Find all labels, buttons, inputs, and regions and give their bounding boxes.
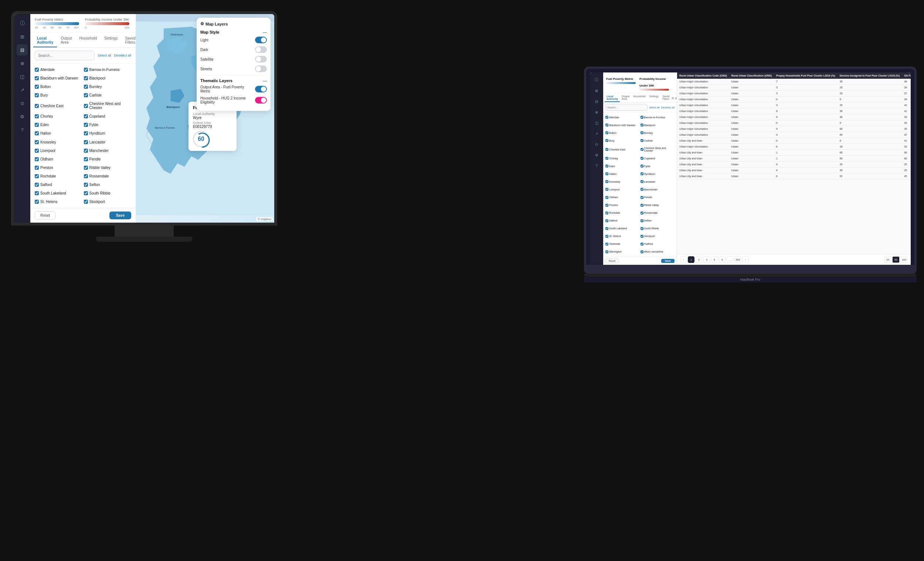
laptop-save-button[interactable]: Save: [661, 259, 675, 263]
page-5-btn[interactable]: 5: [719, 256, 726, 263]
page-3-btn[interactable]: 3: [704, 256, 710, 263]
reset-button[interactable]: Reset: [35, 211, 56, 220]
prev-page-btn[interactable]: ‹: [680, 256, 687, 263]
sidebar-icon-chart[interactable]: ↗: [16, 84, 28, 95]
table-row[interactable]: Urban major conurbationUrban32542BoltonN…: [677, 102, 911, 108]
sidebar-icon-info[interactable]: ⓘ: [16, 18, 28, 29]
laptop-icon-help[interactable]: ?: [592, 161, 601, 170]
laptop-screen: ⓘ ⊞ ⊟ ⊕ ◫ ↗ ⊙ ⚙ ? Fuel Poverty Metric: [590, 72, 911, 265]
page-size-50[interactable]: 50: [892, 256, 900, 263]
table-row[interactable]: Urban major conurbationUrban32027BoltonN…: [677, 90, 911, 96]
map-area[interactable]: Blackpool Leeds Whitehaven Barrow-in-Fur…: [136, 14, 274, 223]
table-row[interactable]: Urban city and townUrban65245BoltonNorth…: [677, 173, 911, 179]
table-row[interactable]: Urban city and townUrban43525BoltonNorth…: [677, 167, 911, 173]
tab-household[interactable]: Household: [75, 34, 100, 47]
laptop-select-all-btn[interactable]: Select all: [649, 106, 659, 109]
list-item: Blackburn with Darwen: [605, 121, 640, 129]
style-light-toggle[interactable]: [255, 37, 267, 43]
style-dark-label: Dark: [200, 48, 255, 52]
map-layers-button[interactable]: ⚙ Map Layers: [200, 21, 267, 26]
style-streets-toggle[interactable]: [255, 65, 267, 72]
list-item: Knowsley: [605, 178, 640, 185]
table-row[interactable]: Urban major conurbationUrban96033BoltonN…: [677, 126, 911, 132]
table-row[interactable]: Urban major conurbationUrban32024BoltonN…: [677, 85, 911, 90]
sidebar-icon-settings[interactable]: ⚙: [16, 111, 28, 122]
prob-legend-title: Probability Income Under 35K: [85, 18, 129, 21]
laptop-reset-button[interactable]: Reset: [605, 259, 619, 263]
sidebar-icon-layers[interactable]: ⊞: [16, 31, 28, 42]
deselect-all-btn[interactable]: Deselect all: [114, 54, 131, 57]
table-row[interactable]: Urban city and townUrban0041BoltonNorth …: [677, 138, 911, 144]
laptop-deselect-all-btn[interactable]: Deselect all: [661, 106, 675, 109]
list-item: Chorley: [605, 155, 640, 162]
laptop-tab-output-area[interactable]: OutputArea: [620, 94, 631, 102]
table-row[interactable]: Urban city and townUrban16060BoltonNorth…: [677, 150, 911, 156]
laptop-icon-people[interactable]: ⊙: [592, 140, 601, 149]
table-row[interactable]: Urban major conurbationUrban0033BoltonNo…: [677, 120, 911, 126]
tab-local-authority[interactable]: LocalAuthority: [33, 34, 57, 47]
layer-household-toggle[interactable]: [255, 97, 267, 104]
table-row[interactable]: Urban city and townUrban42525BoltonNorth…: [677, 162, 911, 167]
save-button[interactable]: Save: [110, 212, 131, 219]
laptop-tab-local-authority[interactable]: LocalAuthority: [604, 94, 620, 102]
list-item: Burnley: [640, 129, 675, 137]
monitor-stand: [115, 226, 174, 237]
layer-output-area-toggle[interactable]: [255, 86, 267, 92]
sidebar-icon-help[interactable]: ?: [16, 124, 28, 135]
layer-household-label: Household - HUG 2 Income Eligibility: [200, 96, 255, 104]
page-4-btn[interactable]: 4: [711, 256, 718, 263]
fuel-legend-bar: [35, 22, 79, 25]
laptop-fuel-bar: [606, 82, 636, 84]
sidebar-icon-people[interactable]: ⊙: [16, 98, 28, 109]
tab-settings[interactable]: Settings: [100, 34, 121, 47]
next-page-btn[interactable]: ›: [742, 256, 749, 263]
laptop-left-panel: Fuel Poverty Metric Probability Income U…: [603, 72, 677, 265]
page-size-25[interactable]: 25: [884, 256, 891, 263]
laptop-tab-settings[interactable]: Settings: [648, 94, 660, 102]
list-item: Blackburn with Darwen: [35, 74, 82, 82]
laptop-tab-saved-filters[interactable]: SavedFilters: [660, 94, 672, 102]
tab-saved-filters[interactable]: SavedFilters: [121, 34, 136, 47]
laptop-icon-search[interactable]: ⊕: [592, 108, 601, 116]
list-item: Liverpool: [35, 147, 82, 155]
sidebar-icon-search[interactable]: ⊕: [16, 58, 28, 69]
laptop-map-icon[interactable]: ⊞: [672, 96, 674, 100]
page-1-btn[interactable]: 1: [688, 256, 694, 263]
laptop-icon-user[interactable]: ◫: [592, 118, 601, 127]
sidebar-icon-filter[interactable]: ⊟: [16, 44, 28, 56]
laptop-icon-settings[interactable]: ⚙: [592, 150, 601, 159]
laptop-tab-household[interactable]: Household: [631, 94, 647, 102]
panel-footer: Reset Save: [30, 208, 136, 223]
laptop-icon-filter[interactable]: ⊟: [592, 97, 601, 106]
table-row[interactable]: Urban city and townUrban16060BoltonNorth…: [677, 156, 911, 162]
page-ellipsis: ...: [727, 256, 733, 263]
laptop-icon-info[interactable]: ⓘ: [592, 75, 601, 84]
page-2-btn[interactable]: 2: [696, 256, 702, 263]
laptop-icon-chart[interactable]: ↗: [592, 129, 601, 138]
table-row[interactable]: Urban major conurbationUrban61832BoltonN…: [677, 144, 911, 150]
table-row[interactable]: Urban major conurbationUrban83941BoltonN…: [677, 108, 911, 114]
table-row[interactable]: Urban major conurbationUrban73548BoltonN…: [677, 79, 911, 85]
laptop-search-input[interactable]: [605, 104, 648, 111]
list-item: South Ribble: [84, 190, 132, 197]
tooltip-score-row: 60: [193, 131, 232, 147]
page-size-100[interactable]: 100: [900, 256, 908, 263]
style-satellite-toggle[interactable]: [255, 56, 267, 63]
page-last-btn[interactable]: 303: [734, 256, 741, 263]
list-item: Preston: [605, 202, 640, 209]
search-input[interactable]: [35, 51, 94, 60]
laptop-icon-layers[interactable]: ⊞: [592, 86, 601, 95]
select-all-btn[interactable]: Select all: [98, 54, 111, 57]
style-dark-toggle[interactable]: [255, 46, 267, 53]
laptop-table-wrapper[interactable]: Rural Urban Classification Code (ONS) Ru…: [677, 72, 911, 254]
table-row[interactable]: Urban major conurbationUrban46537BoltonN…: [677, 132, 911, 138]
table-row[interactable]: Urban major conurbationUrban93833BoltonN…: [677, 114, 911, 120]
col-rural-urban-class: Rural Urban Classification (ONS): [729, 72, 774, 79]
table-row[interactable]: Urban major conurbationUrban0034BoltonNo…: [677, 96, 911, 102]
list-item: Allerdale: [35, 66, 82, 74]
list-item: Pendle: [640, 194, 675, 201]
tab-output-area[interactable]: OutputArea: [57, 34, 75, 47]
list-item: Cheshire West and Chester: [84, 100, 132, 112]
list-item: South Lakeland: [605, 225, 640, 232]
sidebar-icon-user[interactable]: ◫: [16, 71, 28, 82]
